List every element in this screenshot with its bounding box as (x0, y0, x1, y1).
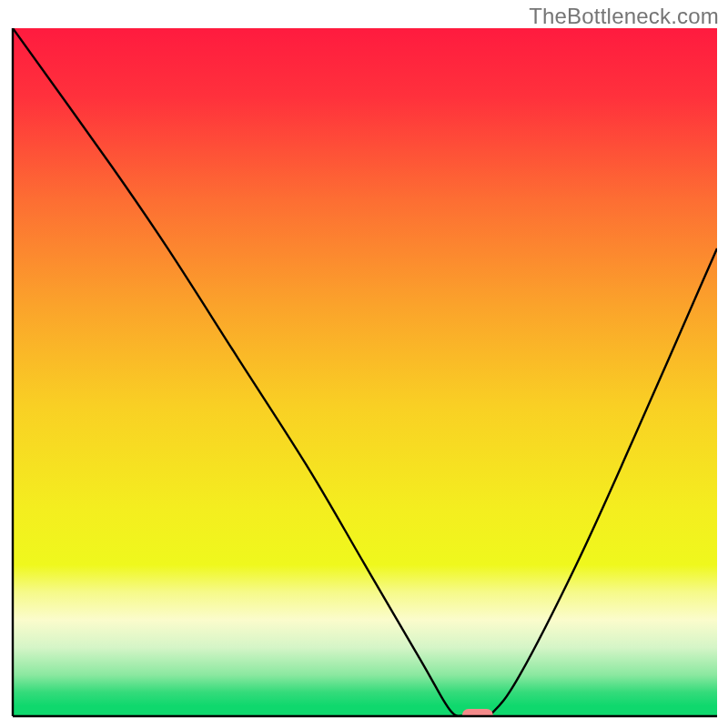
bottleneck-chart (0, 0, 728, 728)
chart-container: TheBottleneck.com (0, 0, 728, 728)
gradient-background (13, 28, 717, 716)
watermark-text: TheBottleneck.com (529, 4, 719, 29)
